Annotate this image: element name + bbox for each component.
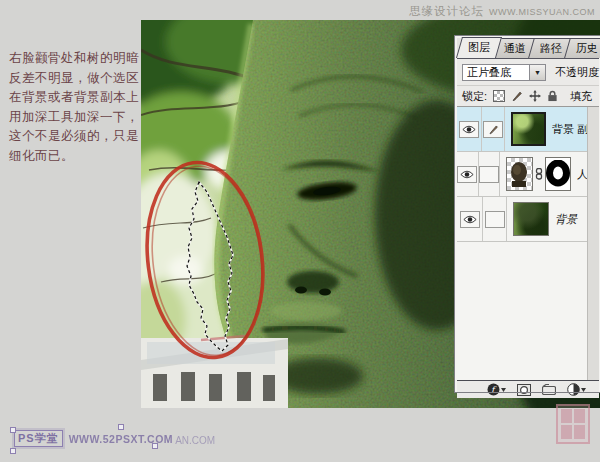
layer-list: 背景 副本 <box>457 107 599 380</box>
transform-handle <box>10 427 16 433</box>
visibility-toggle[interactable] <box>457 197 483 241</box>
tab-history[interactable]: 历史 <box>564 38 600 58</box>
layer-name[interactable]: 背景 <box>555 212 577 227</box>
blend-mode-value: 正片叠底 <box>463 65 529 80</box>
blend-mode-select[interactable]: 正片叠底 ▼ <box>462 64 546 81</box>
instruction-line: 在背景或者背景副本上 <box>9 88 141 108</box>
bottom-watermark: PS学堂 WWW.52PSXT.COM AN.COM <box>14 430 215 447</box>
transform-handle <box>10 448 16 454</box>
layer-thumbnail[interactable] <box>513 202 549 236</box>
instruction-line: 反差不明显，做个选区 <box>9 69 141 89</box>
layer-row-background[interactable]: 背景 <box>457 197 599 242</box>
tab-layers[interactable]: 图层 <box>456 37 502 58</box>
add-mask-icon[interactable] <box>517 384 531 396</box>
lock-transparency-icon[interactable] <box>492 90 505 103</box>
lock-row: 锁定: 填充 <box>457 86 599 107</box>
instruction-line: 用加深工具加深一下， <box>9 108 141 128</box>
lock-position-icon[interactable] <box>528 90 541 103</box>
panel-bottom-bar: f <box>457 380 599 398</box>
layer-thumbnail[interactable] <box>506 157 533 191</box>
layer-mask-thumbnail[interactable] <box>545 157 571 191</box>
transform-handle <box>118 424 124 430</box>
opacity-label: 不透明度 <box>555 65 599 80</box>
layer-thumbnail[interactable] <box>511 112 546 146</box>
link-column[interactable] <box>479 152 500 196</box>
site-name: 思缘设计论坛 <box>409 4 484 19</box>
chevron-down-icon[interactable]: ▼ <box>529 65 545 80</box>
transform-handle <box>152 443 158 449</box>
layer-row-portrait[interactable]: 人像 <box>457 152 599 197</box>
layer-row-background-copy[interactable]: 背景 副本 <box>457 107 599 152</box>
lock-paint-icon[interactable] <box>510 90 523 103</box>
link-column[interactable] <box>483 197 507 241</box>
instruction-line: 细化而已。 <box>9 147 141 167</box>
brush-icon <box>488 124 499 135</box>
eye-icon <box>460 170 474 179</box>
red-seal-watermark <box>556 404 590 444</box>
fill-label: 填充 <box>570 89 592 104</box>
layer-style-icon[interactable]: f <box>487 383 506 396</box>
blend-mode-row: 正片叠底 ▼ 不透明度 <box>457 59 599 86</box>
lock-label: 锁定: <box>462 89 487 104</box>
eye-icon <box>463 215 477 224</box>
ps-school-logo: PS学堂 <box>14 430 63 447</box>
site-url: WWW.MISSYUAN.COM <box>489 7 595 17</box>
visibility-toggle[interactable] <box>457 107 482 151</box>
instruction-line: 这个不是必须的，只是 <box>9 127 141 147</box>
adjustment-layer-icon[interactable] <box>567 383 586 396</box>
instruction-line: 右脸颧骨处和树的明暗 <box>9 49 141 69</box>
visibility-toggle[interactable] <box>457 152 479 196</box>
layers-panel: 图层 通道 路径 历史 正片叠底 ▼ 不透明度 锁定: 填充 <box>455 36 600 392</box>
portrait-silhouette <box>508 161 530 187</box>
new-group-icon[interactable] <box>542 384 556 395</box>
lock-all-icon[interactable] <box>546 90 559 103</box>
panel-tabstrip: 图层 通道 路径 历史 <box>457 38 599 59</box>
eye-icon <box>462 125 476 134</box>
building <box>141 336 288 408</box>
mask-link-icon[interactable] <box>535 168 543 180</box>
page: 思缘设计论坛 WWW.MISSYUAN.COM 右脸颧骨处和树的明暗 反差不明显… <box>0 0 600 462</box>
watermark-overlap-text: AN.COM <box>175 435 215 446</box>
tutorial-instructions: 右脸颧骨处和树的明暗 反差不明显，做个选区 在背景或者背景副本上 用加深工具加深… <box>9 49 141 166</box>
site-header-watermark: 思缘设计论坛 WWW.MISSYUAN.COM <box>409 4 595 19</box>
panel-scrollbar[interactable] <box>587 107 599 380</box>
active-paint-indicator[interactable] <box>482 107 505 151</box>
